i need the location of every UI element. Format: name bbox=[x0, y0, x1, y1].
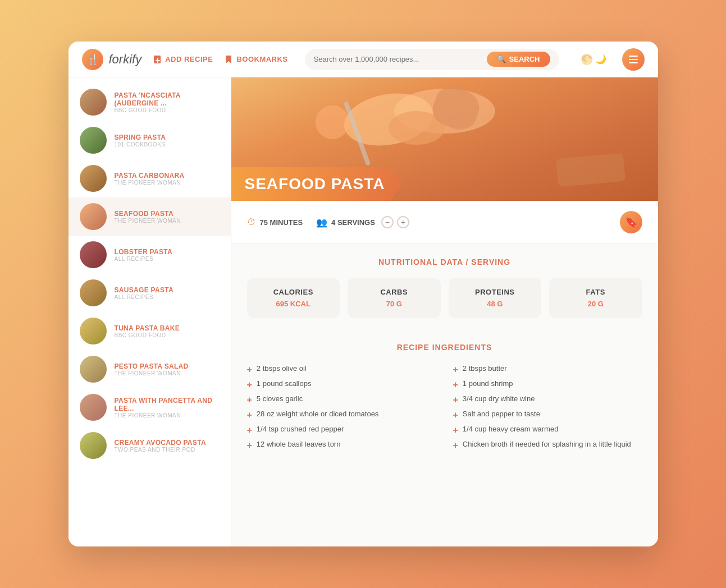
recipe-hero-title: SEAFOOD PASTA bbox=[245, 175, 385, 192]
recipe-thumb bbox=[80, 356, 107, 383]
nutrition-card-value: 48 G bbox=[456, 300, 534, 308]
recipe-list: PASTA 'NCASCIATA (AUBERGINE ... BBC GOOD… bbox=[69, 83, 231, 465]
ingredient-plus-icon: + bbox=[247, 440, 252, 451]
recipe-list-name: PASTA CARBONARA bbox=[115, 172, 220, 180]
recipe-list-name: PASTA 'NCASCIATA (AUBERGINE ... bbox=[115, 91, 220, 107]
ingredient-item: +Chicken broth if needed for splashing i… bbox=[453, 438, 642, 453]
nutrition-card-name: CARBS bbox=[355, 288, 433, 296]
recipe-list-source: 101 COOKBOOKS bbox=[115, 141, 220, 148]
recipe-info: SPRING PASTA 101 COOKBOOKS bbox=[115, 134, 220, 148]
recipe-list-source: THE PIONEER WOMAN bbox=[115, 218, 220, 224]
ingredient-item: +1/4 tsp crushed red pepper bbox=[247, 422, 436, 438]
recipe-thumb-image bbox=[80, 394, 107, 421]
recipe-list-name: SEAFOOD PASTA bbox=[115, 210, 220, 218]
ingredient-item: +28 oz weight whole or diced tomatoes bbox=[247, 407, 436, 422]
ingredient-text: 1 pound shrimp bbox=[463, 379, 513, 388]
search-button[interactable]: 🔍 SEARCH bbox=[487, 52, 550, 67]
ingredient-text: 5 cloves garlic bbox=[257, 394, 303, 403]
recipe-list-item[interactable]: SEAFOOD PASTA THE PIONEER WOMAN bbox=[69, 197, 231, 236]
recipe-list-item[interactable]: CREAMY AVOCADO PASTA TWO PEAS AND THEIR … bbox=[69, 426, 231, 465]
recipe-list-item[interactable]: PASTA WITH PANCETTA AND LEE... THE PIONE… bbox=[69, 388, 231, 426]
ingredients-title: RECIPE INGREDIENTS bbox=[247, 332, 642, 352]
recipe-list-name: SAUSAGE PASTA bbox=[115, 286, 220, 294]
menu-line-1 bbox=[629, 56, 638, 57]
recipe-list-source: THE PIONEER WOMAN bbox=[115, 412, 220, 419]
ingredient-text: Salt and pepper to taste bbox=[463, 410, 540, 418]
servings-decrease-button[interactable]: − bbox=[381, 216, 394, 228]
hero-title-banner: SEAFOOD PASTA bbox=[231, 167, 402, 201]
recipe-list-name: LOBSTER PASTA bbox=[115, 248, 220, 256]
time-meta: ⏱ 75 MINUTES bbox=[247, 217, 303, 227]
logo: 🍴 forkify bbox=[82, 49, 142, 70]
nutrition-card-value: 70 G bbox=[355, 300, 433, 308]
moon-icon: 🌙 bbox=[595, 54, 606, 65]
ingredient-text: 2 tbsps olive oil bbox=[257, 364, 307, 373]
sidebar: PASTA 'NCASCIATA (AUBERGINE ... BBC GOOD… bbox=[69, 77, 231, 546]
app-body: PASTA 'NCASCIATA (AUBERGINE ... BBC GOOD… bbox=[69, 77, 658, 546]
search-wrap: 🔍 SEARCH bbox=[305, 49, 559, 70]
recipe-list-source: BBC GOOD FOOD bbox=[115, 332, 220, 338]
ingredients-left-column: +2 tbsps olive oil+1 pound scallops+5 cl… bbox=[247, 362, 436, 453]
recipe-list-item[interactable]: PASTA CARBONARA THE PIONEER WOMAN bbox=[69, 159, 231, 197]
recipe-thumb bbox=[80, 394, 107, 421]
recipe-list-name: TUNA PASTA BAKE bbox=[115, 324, 220, 332]
ingredient-plus-icon: + bbox=[247, 395, 252, 405]
bookmarks-button[interactable]: BOOKMARKS bbox=[224, 55, 287, 64]
recipe-list-source: THE PIONEER WOMAN bbox=[115, 370, 220, 376]
recipe-thumb bbox=[80, 127, 107, 154]
recipe-thumb-image bbox=[80, 241, 107, 268]
ingredient-text: 1/4 cup heavy cream warmed bbox=[463, 425, 559, 433]
ingredient-item: +1/4 cup heavy cream warmed bbox=[453, 422, 642, 438]
nutrition-card: CARBS 70 G bbox=[348, 278, 441, 318]
recipe-list-item[interactable]: PASTA 'NCASCIATA (AUBERGINE ... BBC GOOD… bbox=[69, 83, 231, 121]
add-recipe-button[interactable]: ADD RECIPE bbox=[153, 55, 213, 64]
nutrition-card: FATS 20 G bbox=[549, 278, 642, 318]
recipe-thumb bbox=[80, 203, 107, 230]
nutrition-card-name: FATS bbox=[557, 288, 634, 296]
ingredient-item: +1 pound scallops bbox=[247, 377, 436, 392]
menu-line-2 bbox=[629, 59, 638, 60]
recipe-time: 75 MINUTES bbox=[260, 218, 303, 227]
main-content: SEAFOOD PASTA ⏱ 75 MINUTES 👥 4 SERVINGS … bbox=[231, 77, 658, 546]
recipe-info: PASTA WITH PANCETTA AND LEE... THE PIONE… bbox=[115, 397, 220, 419]
nutrition-card: CALORIES 695 KCAL bbox=[247, 278, 340, 318]
add-recipe-label: ADD RECIPE bbox=[165, 55, 213, 63]
ingredient-item: +5 cloves garlic bbox=[247, 392, 436, 407]
theme-toggle[interactable]: 🌕 🌙 bbox=[581, 53, 606, 66]
app-window: 🍴 forkify ADD RECIPE BOOKMARKS 🔍 SEARCH … bbox=[69, 42, 658, 546]
sun-icon: 🌕 bbox=[581, 53, 593, 66]
bookmark-icon: 🔖 bbox=[625, 216, 637, 228]
servings-controls: − + bbox=[381, 216, 409, 228]
ingredient-plus-icon: + bbox=[247, 425, 252, 435]
menu-button[interactable] bbox=[622, 48, 645, 71]
recipe-list-item[interactable]: PESTO PASTA SALAD THE PIONEER WOMAN bbox=[69, 350, 231, 388]
recipe-list-name: PESTO PASTA SALAD bbox=[115, 362, 220, 370]
recipe-list-item[interactable]: SAUSAGE PASTA ALL RECIPES bbox=[69, 274, 231, 312]
header: 🍴 forkify ADD RECIPE BOOKMARKS 🔍 SEARCH … bbox=[69, 42, 658, 77]
nutrition-title: NUTRITIONAL DATA / SERVING bbox=[247, 258, 642, 267]
recipe-thumb bbox=[80, 432, 107, 459]
bookmark-button[interactable]: 🔖 bbox=[620, 211, 642, 233]
recipe-info: PESTO PASTA SALAD THE PIONEER WOMAN bbox=[115, 362, 220, 376]
recipe-list-item[interactable]: TUNA PASTA BAKE BBC GOOD FOOD bbox=[69, 312, 231, 350]
recipe-meta: ⏱ 75 MINUTES 👥 4 SERVINGS − + 🔖 bbox=[231, 201, 658, 244]
people-icon: 👥 bbox=[316, 217, 327, 228]
recipe-thumb bbox=[80, 89, 107, 116]
recipe-thumb-image bbox=[80, 432, 107, 459]
ingredient-plus-icon: + bbox=[247, 380, 252, 390]
nutrition-card-name: PROTEINS bbox=[456, 288, 534, 296]
recipe-list-name: SPRING PASTA bbox=[115, 134, 220, 141]
ingredients-grid: +2 tbsps olive oil+1 pound scallops+5 cl… bbox=[247, 362, 642, 453]
search-icon: 🔍 bbox=[497, 55, 506, 63]
ingredient-plus-icon: + bbox=[247, 410, 252, 420]
recipe-thumb-image bbox=[80, 318, 107, 344]
nutrition-section: NUTRITIONAL DATA / SERVING CALORIES 695 … bbox=[231, 244, 658, 332]
servings-increase-button[interactable]: + bbox=[397, 216, 409, 228]
recipe-servings: 4 SERVINGS bbox=[331, 218, 375, 227]
ingredient-text: 12 whole basil leaves torn bbox=[257, 440, 341, 448]
ingredient-text: Chicken broth if needed for splashing in… bbox=[463, 440, 631, 448]
recipe-list-item[interactable]: LOBSTER PASTA ALL RECIPES bbox=[69, 236, 231, 274]
search-input[interactable] bbox=[314, 55, 487, 63]
recipe-list-item[interactable]: SPRING PASTA 101 COOKBOOKS bbox=[69, 121, 231, 159]
nutrition-card-value: 695 KCAL bbox=[255, 300, 332, 308]
